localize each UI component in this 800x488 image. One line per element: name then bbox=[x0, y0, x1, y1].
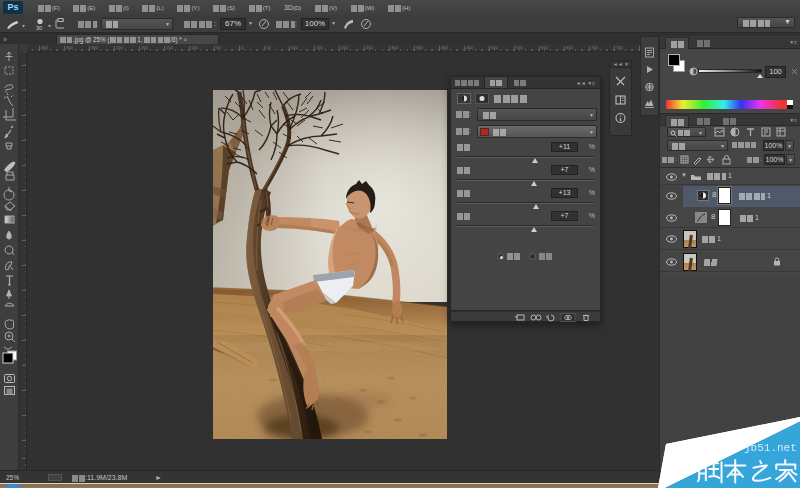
svg-text:30: 30 bbox=[36, 25, 42, 31]
svg-text:jb51.net: jb51.net bbox=[744, 442, 797, 454]
